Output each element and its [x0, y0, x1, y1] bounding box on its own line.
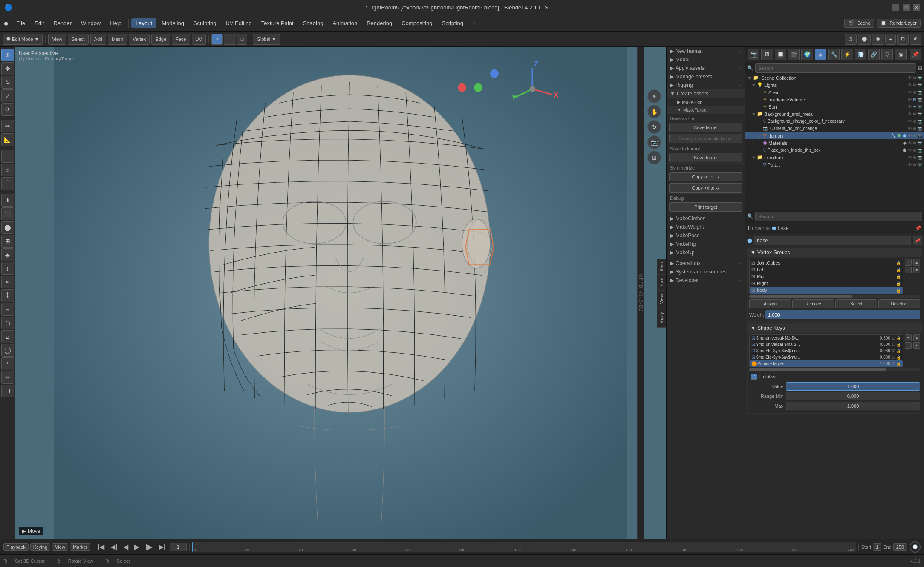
- add-menu[interactable]: Add: [90, 34, 107, 45]
- vertex-menu[interactable]: Vertex: [129, 34, 150, 45]
- human-expand[interactable]: ▼: [757, 133, 762, 138]
- new-human-header[interactable]: ▶ New human ⋯: [667, 47, 745, 55]
- vg-remove-btn[interactable]: −: [905, 267, 912, 273]
- deselect-btn[interactable]: Deselect: [878, 299, 920, 308]
- weight-bar[interactable]: 1.000: [765, 310, 920, 319]
- start-frame[interactable]: 1: [873, 543, 881, 551]
- frame-counter-icon[interactable]: 🕐: [910, 541, 921, 553]
- manage-presets-header[interactable]: ▶ Manage presets ⋯: [667, 72, 745, 81]
- operations-header[interactable]: ▶ Operations ⋯: [667, 259, 745, 268]
- outliner-area[interactable]: ▶ ☀ Area 👁⊕📷: [745, 89, 924, 96]
- makeskin-item[interactable]: ▶ MakeSkin: [667, 98, 745, 106]
- scene-collection-render[interactable]: 📷: [917, 75, 922, 80]
- scene-collection-vis[interactable]: 👁: [908, 75, 912, 80]
- particles-btn[interactable]: ⚡: [841, 49, 853, 60]
- scale-tool[interactable]: ⤢: [1, 89, 14, 102]
- maximize-button[interactable]: □: [903, 4, 910, 11]
- shape-keys-header[interactable]: ▼ Shape Keys: [747, 323, 922, 333]
- play-btn[interactable]: ▶: [133, 542, 141, 552]
- menu-file[interactable]: File: [12, 18, 29, 28]
- rigging-header[interactable]: ▶ Rigging ⋯: [667, 81, 745, 89]
- sk-down-btn[interactable]: ▼: [913, 342, 920, 349]
- breadcrumb-child[interactable]: base: [778, 225, 789, 231]
- item-tab[interactable]: Item: [657, 259, 666, 275]
- viewport-overlays[interactable]: ⊡: [897, 34, 909, 45]
- outliner-human[interactable]: ▼ ▽ Human 🔧 👁 ⬟ 👁⊕📷: [745, 132, 924, 139]
- cursor-tool[interactable]: ⊕: [1, 49, 14, 61]
- vg-scrollbar[interactable]: [749, 295, 920, 298]
- vertex-select-btn[interactable]: ⚬: [211, 34, 223, 45]
- vg-right[interactable]: ⚄ Right 🔒: [750, 280, 903, 287]
- mesh-viewport[interactable]: Z X Y: [15, 47, 666, 539]
- mesh-menu[interactable]: Mesh: [108, 34, 127, 45]
- select-lasso[interactable]: ⌒: [1, 177, 14, 190]
- viewport-shading-render[interactable]: ●: [885, 34, 896, 45]
- makerig-header[interactable]: ▶ MakeRig: [667, 240, 745, 248]
- perspective-ortho-btn[interactable]: ⊞: [647, 151, 661, 164]
- save-proxy-btn[interactable]: Save proxy-specific target: [669, 134, 742, 143]
- step-back-btn[interactable]: ◀|: [109, 542, 119, 552]
- model-header[interactable]: ▶ Model ⋯: [667, 55, 745, 64]
- edge-select-btn[interactable]: —: [224, 34, 236, 45]
- scene-selector[interactable]: 🎬 Scene: [844, 19, 874, 28]
- vg-mid[interactable]: ⚄ Mid 🔒: [750, 273, 903, 280]
- modifier-props-btn[interactable]: 🔧: [828, 49, 840, 60]
- sk-item-4[interactable]: ☑ $md-$fe-$yn-$av$mu... 0.088 ☑🔒: [750, 354, 903, 360]
- menu-edit[interactable]: Edit: [30, 18, 48, 28]
- outliner-bg-color[interactable]: ▶ ▽ Background_change_color_if_necessary…: [745, 118, 924, 125]
- copy-neg-x-btn[interactable]: Copy -x to +x: [669, 172, 742, 181]
- viewport[interactable]: User Perspective (1) Human : PrimaryTarg…: [15, 47, 666, 539]
- render-props-btn[interactable]: 📷: [748, 49, 759, 60]
- move-tool[interactable]: ✥: [1, 62, 14, 75]
- rigify-tab[interactable]: Rigify: [657, 308, 666, 328]
- developer-header[interactable]: ▶ Developer ⋯: [667, 276, 745, 285]
- sk-item-2[interactable]: ☑ $md-universal-$ma-$... 0.500 ☑🔒: [750, 341, 903, 348]
- sk-item-primary[interactable]: 🟠 PrimaryTarget 1.000 ☑🔓: [750, 360, 903, 367]
- transform-tool[interactable]: ⟳: [1, 103, 14, 116]
- edge-slide-tool[interactable]: ↔: [1, 303, 14, 316]
- apply-assets-header[interactable]: ▶ Apply assets ⋯: [667, 64, 745, 72]
- makepose-header[interactable]: ▶ MakePose: [667, 231, 745, 240]
- workspace-uv[interactable]: UV Editing: [221, 18, 256, 28]
- vg-down-btn[interactable]: ▼: [913, 267, 920, 273]
- physics-btn[interactable]: 💨: [855, 49, 866, 60]
- camera-view-btn[interactable]: 📷: [647, 135, 661, 149]
- pin-btn[interactable]: 📌: [910, 49, 921, 60]
- makeup-header[interactable]: ▶ MakeUp: [667, 248, 745, 257]
- select-box[interactable]: □: [1, 150, 14, 163]
- vg-left[interactable]: ⚄ Left 🔒: [750, 266, 903, 273]
- object-data-btn[interactable]: ▽: [881, 49, 893, 60]
- outliner-lights[interactable]: ▼ 💡 Lights 👁⊕📷: [745, 81, 924, 89]
- inset-tool[interactable]: ⬛: [1, 207, 14, 220]
- viewport-shading-solid[interactable]: ⬤: [858, 34, 871, 45]
- close-button[interactable]: ✕: [913, 4, 920, 11]
- annotate-tool[interactable]: ✏: [1, 120, 14, 132]
- orbit-btn[interactable]: ↻: [647, 120, 661, 134]
- view-tab[interactable]: View: [657, 291, 666, 308]
- scene-collection-select[interactable]: ⊕: [913, 75, 916, 80]
- workspace-shading[interactable]: Shading: [299, 18, 328, 28]
- to-sphere-tool[interactable]: ◯: [1, 344, 14, 357]
- loop-cut-tool[interactable]: ⊞: [1, 235, 14, 248]
- select-circle[interactable]: ○: [1, 164, 14, 176]
- end-frame[interactable]: 250: [893, 543, 907, 551]
- bisect-tool[interactable]: ⊣: [1, 385, 14, 397]
- filter-icon[interactable]: ⊟: [918, 65, 922, 71]
- pan-btn[interactable]: ✋: [647, 105, 661, 118]
- edge-menu[interactable]: Edge: [151, 34, 170, 45]
- background-expand[interactable]: ▼: [751, 112, 756, 117]
- spin-tool[interactable]: ↕: [1, 262, 14, 275]
- knife-tool[interactable]: ✂: [1, 371, 14, 384]
- shrink-fatten-tool[interactable]: ⬡: [1, 317, 14, 329]
- workspace-scripting[interactable]: Scripting: [437, 18, 468, 28]
- relative-checkbox[interactable]: ✓: [751, 374, 757, 380]
- play-reverse-btn[interactable]: ◀: [121, 542, 130, 552]
- outliner-background-meta[interactable]: ▼ 📁 Background_and_meta 👁⊕📷: [745, 110, 924, 118]
- transform-selector[interactable]: Global ▼: [253, 34, 280, 45]
- workspace-add[interactable]: +: [468, 18, 480, 28]
- jump-start-btn[interactable]: |◀: [96, 542, 106, 552]
- workspace-texture-paint[interactable]: Texture Paint: [257, 18, 298, 28]
- minimize-button[interactable]: ─: [892, 4, 899, 11]
- props-search-input[interactable]: [755, 212, 922, 221]
- assign-btn[interactable]: Assign: [749, 299, 791, 308]
